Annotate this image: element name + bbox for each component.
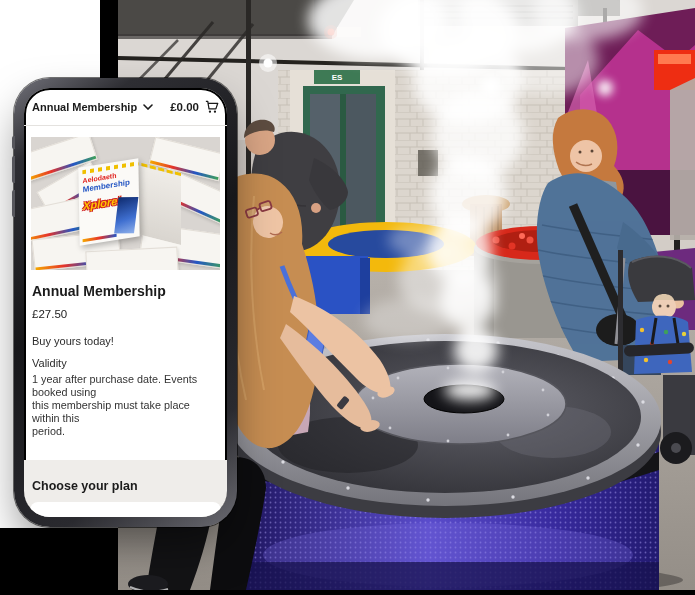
phone-mockup: Annual Membership £0.00: [14, 78, 237, 527]
product-tagline: Buy yours today!: [32, 334, 219, 348]
product-price: £27.50: [32, 306, 219, 322]
cart-total: £0.00: [170, 101, 199, 113]
shopping-cart-icon: [204, 100, 219, 114]
phone-volume-up-button: [12, 156, 15, 183]
plan-selector-dropdown[interactable]: Annual Membership: [32, 101, 153, 113]
plan-section: Choose your plan Annual Pass Unlimited a…: [24, 460, 227, 517]
chevron-down-icon: [143, 104, 153, 110]
cart-button[interactable]: £0.00: [170, 100, 219, 114]
validity-line: 1 year after purchase date. Events booke…: [32, 373, 219, 399]
shop-header: Annual Membership £0.00: [24, 88, 227, 126]
product-image: Aelodaeth Membership Xplore!: [31, 137, 220, 270]
plan-section-heading: Choose your plan: [30, 479, 221, 493]
phone-screen: Annual Membership £0.00: [24, 88, 227, 517]
plan-selector-label: Annual Membership: [32, 101, 137, 113]
card-stripe-decoration: [83, 234, 117, 242]
card-front-panel: Aelodaeth Membership Xplore!: [78, 158, 139, 245]
phone-volume-down-button: [12, 190, 15, 217]
plan-option-annual-pass[interactable]: Annual Pass Unlimited annual membership: [30, 502, 221, 517]
validity-line: period.: [32, 425, 219, 438]
validity-heading: Validity: [32, 356, 219, 370]
plan-name: Annual Pass: [44, 515, 207, 517]
membership-card: [85, 247, 178, 270]
card-back-panel: [133, 161, 181, 245]
card-photo-block: [114, 197, 138, 234]
featured-membership-card: Aelodaeth Membership Xplore!: [79, 163, 189, 247]
product-title: Annual Membership: [32, 282, 219, 300]
product-info: Annual Membership £27.50 Buy yours today…: [24, 282, 227, 438]
hero-section: ES: [0, 0, 695, 595]
phone-silence-switch: [12, 136, 15, 149]
validity-line: this membership must take place within t…: [32, 399, 219, 425]
validity-body: 1 year after purchase date. Events booke…: [32, 373, 219, 438]
door-sign-text: ES: [332, 73, 343, 82]
